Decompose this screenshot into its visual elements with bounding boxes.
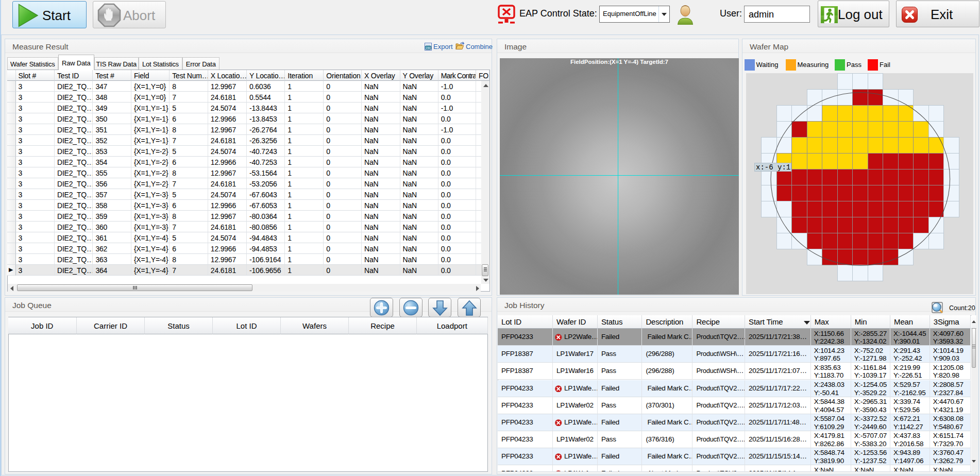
svg-text:CSV: CSV: [426, 46, 431, 49]
